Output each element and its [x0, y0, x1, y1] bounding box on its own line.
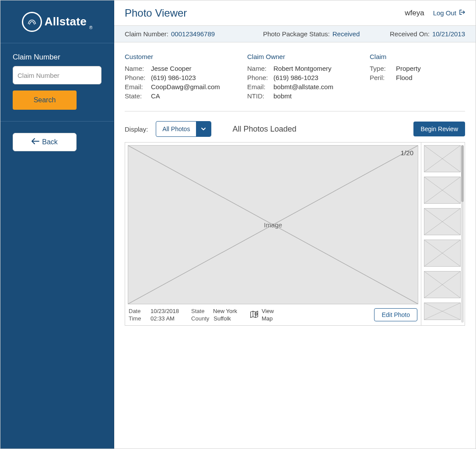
page-title: Photo Viewer [125, 7, 405, 19]
claim-col: Claim Type:Property Peril:Flood [370, 53, 466, 101]
display-label: Display: [125, 125, 148, 133]
content: Customer Name:Jesse Cooper Phone:(619) 9… [114, 42, 476, 336]
user-area: wfeya Log Out [405, 9, 465, 17]
claim-search-section: Claim Number Search [0, 43, 114, 122]
details-row: Customer Name:Jesse Cooper Phone:(619) 9… [125, 53, 465, 111]
thumbnail[interactable] [424, 145, 461, 172]
map-pin-icon [249, 310, 259, 320]
info-received-on-label: Received On: [390, 30, 430, 38]
thumbnail-scrollbar[interactable] [461, 145, 464, 323]
customer-heading: Customer [125, 53, 221, 60]
back-button-label: Back [42, 138, 58, 146]
owner-heading: Claim Owner [247, 53, 343, 60]
owner-ntid-row: NTID:bobmt [247, 92, 343, 100]
claim-type-row: Type:Property [370, 65, 466, 72]
info-claim-number-label: Claim Number: [125, 30, 168, 38]
claim-number-label: Claim Number [13, 53, 102, 62]
claim-peril-row: Peril:Flood [370, 74, 466, 81]
owner-col: Claim Owner Name:Robert Montgomery Phone… [247, 53, 343, 101]
customer-name-row: Name:Jesse Cooper [125, 65, 221, 72]
customer-phone-row: Phone:(619) 986-1023 [125, 74, 221, 81]
display-select-value: All Photos [156, 122, 196, 136]
username: wfeya [405, 9, 424, 17]
edit-photo-button[interactable]: Edit Photo [374, 308, 417, 321]
claim-infobar: Claim Number: 000123496789 Photo Package… [114, 26, 476, 42]
owner-name-row: Name:Robert Montgomery [247, 65, 343, 72]
back-button[interactable]: Back [13, 133, 77, 151]
allstate-hands-icon [22, 12, 42, 32]
thumbnail[interactable] [424, 208, 461, 235]
sidebar: Allstate ® Claim Number Search Back [0, 0, 114, 449]
image-placeholder-label: Image [264, 221, 282, 229]
logout-label: Log Out [433, 9, 456, 17]
svg-point-3 [256, 313, 257, 314]
photo-meta-row: Date10/23/2018 Time02:33 AM StateNew Yor… [128, 304, 418, 323]
info-package-status: Photo Package Status: Received [263, 30, 360, 38]
thumbnail[interactable] [424, 240, 461, 267]
info-claim-number: Claim Number: 000123496789 [125, 30, 215, 38]
thumbnail[interactable] [424, 271, 461, 298]
thumbnail-strip [421, 143, 465, 325]
display-select[interactable]: All Photos [156, 121, 211, 137]
claim-number-input[interactable] [13, 66, 102, 84]
photo-viewer: 1/20 Image Date10/23/2018 Time02:33 AM S… [125, 142, 465, 326]
back-button-wrap: Back [0, 122, 114, 163]
logo-area: Allstate ® [0, 0, 114, 43]
thumbnail[interactable] [424, 177, 461, 204]
viewer-main: 1/20 Image Date10/23/2018 Time02:33 AM S… [125, 143, 421, 325]
customer-col: Customer Name:Jesse Cooper Phone:(619) 9… [125, 53, 221, 101]
logout-icon [459, 9, 465, 17]
thumbnail[interactable] [424, 303, 461, 320]
claim-heading: Claim [370, 53, 466, 60]
brand-name: Allstate [45, 15, 87, 28]
owner-phone-row: Phone:(619) 986-1023 [247, 74, 343, 81]
customer-email-row: Email:CoopDawg@gmail.com [125, 83, 221, 90]
customer-state-row: State:CA [125, 92, 221, 100]
meta-location: StateNew York CountySuffolk [191, 308, 237, 322]
info-package-status-value: Received [332, 30, 360, 38]
main: Photo Viewer wfeya Log Out Claim Number:… [114, 0, 476, 449]
brand-logo: Allstate ® [22, 12, 93, 32]
app-root: Allstate ® Claim Number Search Back Phot… [0, 0, 476, 449]
registered-icon: ® [89, 25, 92, 30]
info-claim-number-value: 000123496789 [171, 30, 215, 38]
meta-datetime: Date10/23/2018 Time02:33 AM [129, 308, 179, 322]
header: Photo Viewer wfeya Log Out [114, 0, 476, 26]
info-package-status-label: Photo Package Status: [263, 30, 330, 38]
logout-link[interactable]: Log Out [433, 9, 465, 17]
search-button[interactable]: Search [13, 90, 77, 110]
info-received-on: Received On: 10/21/2013 [390, 30, 465, 38]
display-row: Display: All Photos All Photos Loaded Be… [125, 121, 465, 137]
main-photo[interactable]: 1/20 Image [128, 145, 418, 304]
arrow-left-icon [32, 138, 39, 146]
photo-count: 1/20 [401, 149, 413, 157]
begin-review-button[interactable]: Begin Review [413, 122, 465, 136]
scrollbar-thumb[interactable] [461, 145, 464, 202]
owner-email-row: Email:bobmt@allstate.com [247, 83, 343, 90]
loaded-status: All Photos Loaded [232, 125, 296, 134]
view-map-link[interactable]: View Map [249, 308, 274, 322]
info-received-on-value: 10/21/2013 [432, 30, 465, 38]
chevron-down-icon [196, 122, 211, 136]
